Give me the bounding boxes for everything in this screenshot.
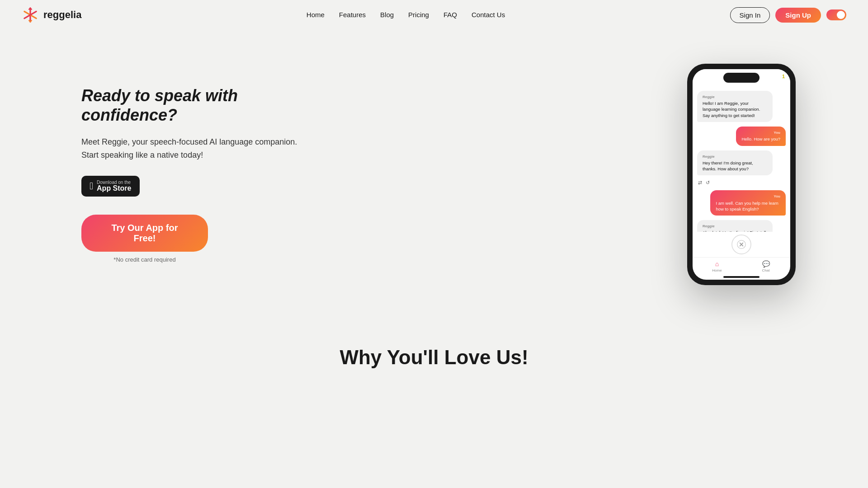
- chat-area: Reggie Hello! I am Reggie, your language…: [693, 69, 790, 232]
- mic-area: [693, 232, 790, 257]
- signup-button[interactable]: Sign Up: [775, 8, 821, 23]
- nav-features[interactable]: Features: [339, 11, 366, 19]
- chat-bubble-3: Reggie Hey there! I'm doing great, thank…: [697, 150, 773, 176]
- bubble-text-4: I am well. Can you help me learn how to …: [716, 201, 778, 211]
- translate-icon[interactable]: ⇄: [698, 180, 702, 186]
- navbar: reggelia Home Features Blog Pricing FAQ …: [0, 0, 868, 30]
- home-icon: ⌂: [715, 260, 719, 267]
- hero-description: Meet Reggie, your speech-focused AI lang…: [81, 136, 307, 162]
- app-store-badge-text: Download on the App Store: [97, 180, 131, 192]
- chat-icon: 💬: [762, 260, 770, 267]
- logo-link[interactable]: reggelia: [22, 6, 81, 23]
- nav-contact[interactable]: Contact Us: [472, 11, 505, 19]
- nav-actions: Sign In Sign Up: [730, 7, 846, 23]
- mic-icon: [737, 240, 746, 249]
- phone-frame: 1 Reggie Hello! I am Reggie, your langua…: [687, 64, 796, 285]
- bubble-text-3: Hey there! I'm doing great, thanks. How …: [703, 160, 753, 171]
- bubble-sender-3: Reggie: [703, 154, 767, 159]
- no-credit-text: *No credit card required: [81, 256, 208, 263]
- phone-nav-chat-label: Chat: [762, 268, 770, 272]
- phone-battery: 1: [782, 74, 785, 79]
- bubble-sender-5: Reggie: [703, 224, 767, 229]
- nav-home[interactable]: Home: [307, 11, 325, 19]
- nav-blog[interactable]: Blog: [380, 11, 394, 19]
- nav-pricing[interactable]: Pricing: [408, 11, 429, 19]
- phone-notch: [723, 73, 760, 83]
- nav-links: Home Features Blog Pricing FAQ Contact U…: [307, 11, 505, 19]
- hero-section: Ready to speak with confidence? Meet Reg…: [0, 30, 868, 319]
- nav-faq[interactable]: FAQ: [443, 11, 457, 19]
- mic-button[interactable]: [731, 235, 751, 254]
- bubble-sender-1: Reggie: [703, 94, 767, 99]
- why-section: Why You'll Love Us!: [0, 319, 868, 378]
- chat-actions-1: ⇄ ↺: [697, 180, 786, 186]
- phone-nav-chat[interactable]: 💬 Chat: [741, 260, 790, 272]
- theme-toggle[interactable]: [826, 9, 846, 20]
- logo-text: reggelia: [43, 9, 81, 21]
- apple-icon: : [90, 180, 93, 192]
- phone-nav-home[interactable]: ⌂ Home: [693, 260, 741, 272]
- phone-nav-home-label: Home: [712, 268, 722, 272]
- phone-screen: Reggie Hello! I am Reggie, your language…: [693, 69, 790, 280]
- logo-icon: [22, 6, 39, 23]
- bubble-text-1: Hello! I am Reggie, your language learni…: [703, 101, 760, 118]
- hero-content: Ready to speak with confidence? Meet Reg…: [81, 86, 307, 263]
- chat-bubble-4: You I am well. Can you help me learn how…: [710, 190, 786, 216]
- chat-bubble-2: You Hello. How are you?: [736, 127, 786, 145]
- phone-bottom-nav: ⌂ Home 💬 Chat: [693, 257, 790, 274]
- signin-button[interactable]: Sign In: [730, 7, 770, 23]
- phone-mockup: 1 Reggie Hello! I am Reggie, your langua…: [687, 64, 796, 285]
- refresh-icon[interactable]: ↺: [706, 180, 710, 186]
- chat-bubble-1: Reggie Hello! I am Reggie, your language…: [697, 91, 773, 122]
- bubble-text-2: Hello. How are you?: [741, 136, 780, 141]
- bubble-sender-2: You: [741, 130, 780, 135]
- chat-bubble-5: Reggie Absolutely! Let's dive in! First,…: [697, 220, 773, 232]
- app-store-link[interactable]:  Download on the App Store: [81, 176, 140, 197]
- badge-large-text: App Store: [97, 185, 131, 192]
- cta-button[interactable]: Try Our App for Free!: [81, 215, 208, 252]
- phone-home-indicator: [723, 276, 760, 278]
- why-title: Why You'll Love Us!: [22, 346, 846, 369]
- hero-title: Ready to speak with confidence?: [81, 86, 307, 125]
- bubble-sender-4: You: [716, 194, 780, 199]
